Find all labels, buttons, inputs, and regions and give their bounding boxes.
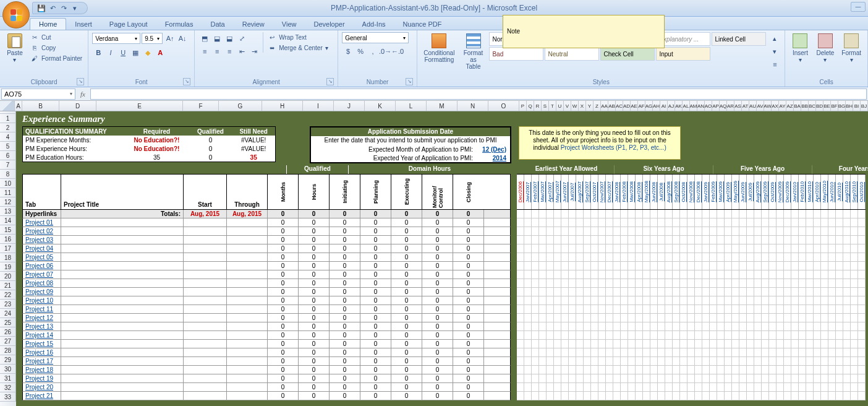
row-header[interactable]: 21 [0,281,16,290]
month-header[interactable]: Mar/2010 [806,175,814,209]
row-header[interactable]: 32 [0,383,16,392]
row-header[interactable]: 26 [0,327,16,337]
month-header[interactable]: Aug/2010 [843,175,851,209]
row-header[interactable]: 8 [0,170,16,179]
row-header[interactable]: 33 [0,392,16,402]
app-date-value[interactable]: 12 (Dec) [475,146,506,153]
align-middle-icon[interactable]: ⬓ [211,32,223,45]
align-bottom-icon[interactable]: ⬓ [223,32,236,45]
align-left-icon[interactable]: ≡ [198,45,211,58]
project-link[interactable]: Project 18 [25,366,53,373]
copy-button[interactable]: ⎘Copy [28,43,84,53]
col-header[interactable]: D [59,101,96,111]
month-header[interactable]: Oct/2009 [769,175,777,209]
project-link[interactable]: Project 09 [25,288,53,295]
month-header[interactable]: Feb/2010 [799,175,806,209]
project-link[interactable]: Project 07 [25,271,53,278]
col-header[interactable]: AI [660,101,668,111]
col-header[interactable]: AO [705,101,712,111]
row-header[interactable]: 14 [0,216,16,225]
formula-input[interactable] [90,89,867,100]
col-header[interactable]: AF [638,101,645,111]
format-cells-button[interactable]: Format▾ [839,32,864,64]
tab-page-layout[interactable]: Page Layout [101,19,156,30]
row-header[interactable]: 23 [0,300,16,309]
project-link[interactable]: Project 11 [25,306,53,313]
project-link[interactable]: Project 20 [25,384,53,391]
comma-icon[interactable]: , [367,45,379,58]
month-header[interactable]: Feb/2007 [532,175,539,209]
row-header[interactable]: 12 [0,197,16,207]
month-header[interactable]: Mar/2008 [628,175,636,209]
project-link[interactable]: Project 05 [25,254,53,261]
office-button[interactable] [2,1,30,28]
dialog-launcher-icon[interactable]: ↘ [183,78,190,85]
col-header[interactable]: BC [809,101,816,111]
col-header[interactable]: T [549,101,556,111]
percent-icon[interactable]: % [354,45,367,58]
col-header[interactable]: AB [608,101,616,111]
col-header[interactable]: BB [801,101,809,111]
row-header[interactable]: 30 [0,365,16,374]
row-header[interactable]: 20 [0,272,16,281]
gallery-scroll-up-icon[interactable]: ▴ [768,32,781,45]
tab-view[interactable]: View [273,19,305,30]
col-header[interactable]: BD [816,101,823,111]
col-header[interactable]: AT [742,101,749,111]
month-header[interactable]: Jul/2007 [569,175,576,209]
inc-decimal-icon[interactable]: .0→ [379,45,391,58]
align-top-icon[interactable]: ⬒ [198,32,211,45]
col-header[interactable]: AN [697,101,705,111]
project-link[interactable]: Project 13 [25,323,53,330]
project-link[interactable]: Project 02 [25,228,53,235]
col-header[interactable]: M [427,101,457,111]
month-header[interactable]: Jan/2009 [702,175,710,209]
style-linked-cell[interactable]: Linked Cell [712,32,766,46]
month-header[interactable]: Mar/2007 [539,175,547,209]
delete-cells-button[interactable]: Delete▾ [814,32,836,64]
month-header[interactable]: Jun/2008 [650,175,658,209]
month-header[interactable]: Nov/2007 [598,175,606,209]
row-header[interactable]: 17 [0,244,16,253]
tab-data[interactable]: Data [202,19,233,30]
month-header[interactable]: Jul/2009 [747,175,754,209]
font-color-button[interactable]: A [154,46,166,59]
month-header[interactable]: Feb/2008 [621,175,628,209]
month-header[interactable]: Dec/2006 [517,175,524,209]
redo-icon[interactable]: ↷ [59,3,69,13]
tab-home[interactable]: Home [30,18,66,30]
col-header[interactable]: E [96,101,183,111]
col-header[interactable]: S [542,101,549,111]
month-header[interactable]: Nov/2008 [687,175,695,209]
col-header[interactable]: P [519,101,527,111]
number-format-select[interactable]: General▾ [342,32,409,43]
project-link[interactable]: Project 19 [25,375,53,382]
wrap-text-button[interactable]: ↩Wrap Text [266,32,330,42]
month-header[interactable]: Apr/2007 [547,175,554,209]
month-header[interactable]: Apr/2009 [725,175,732,209]
month-header[interactable]: Mar/2009 [717,175,725,209]
col-header[interactable]: BJ [861,101,868,111]
month-header[interactable]: Sep/2008 [673,175,680,209]
tab-review[interactable]: Review [234,19,273,30]
project-link[interactable]: Project 10 [25,297,53,304]
underline-button[interactable]: U [117,46,129,59]
month-header[interactable]: Jul/2008 [658,175,665,209]
col-header[interactable]: AV [757,101,764,111]
col-header[interactable]: AU [749,101,757,111]
project-link[interactable]: Project 15 [25,340,53,347]
month-header[interactable]: May/2009 [732,175,739,209]
dialog-launcher-icon[interactable]: ↘ [77,78,84,85]
month-header[interactable]: Aug/2009 [754,175,762,209]
qat-dropdown-icon[interactable]: ▾ [70,3,80,13]
row-header[interactable]: 1 [0,114,16,123]
month-header[interactable]: Jul/2010 [836,175,843,209]
row-header[interactable]: 5 [0,142,16,151]
project-link[interactable]: Project 08 [25,280,53,287]
tab-insert[interactable]: Insert [66,19,101,30]
col-header[interactable]: H [262,101,303,111]
undo-icon[interactable]: ↶ [48,3,57,13]
row-header[interactable]: 31 [0,374,16,383]
month-header[interactable]: Feb/2009 [710,175,717,209]
col-header[interactable]: AJ [668,101,675,111]
